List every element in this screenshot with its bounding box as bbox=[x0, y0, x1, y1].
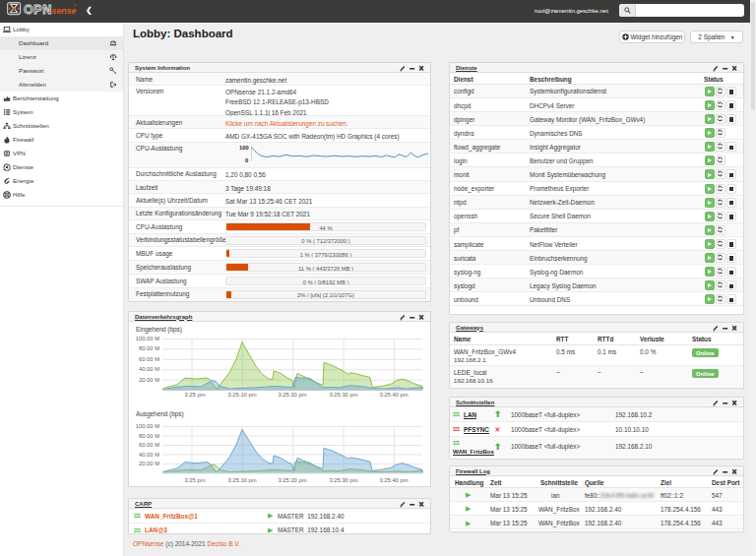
svg-text:®: ® bbox=[74, 3, 78, 8]
svg-text:OPN: OPN bbox=[24, 3, 52, 16]
